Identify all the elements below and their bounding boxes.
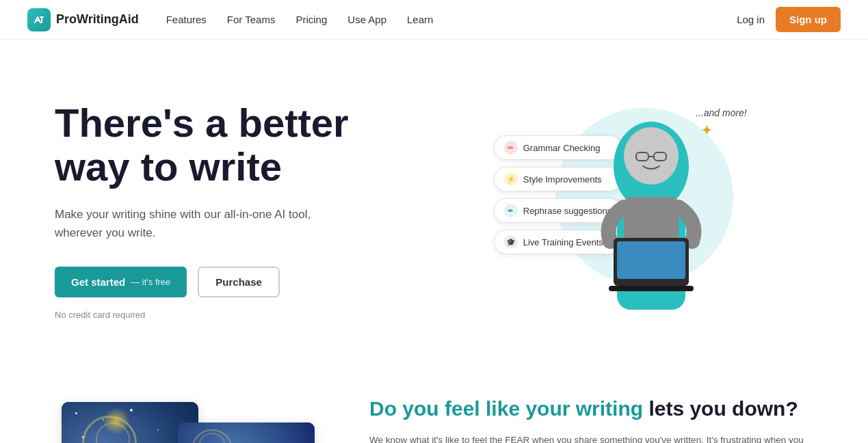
signup-button[interactable]: Sign up — [776, 7, 841, 32]
login-link[interactable]: Log in — [737, 14, 765, 25]
hero-illustration: ...and more! ✦ ✏ Grammar Checking ⚡ Styl… — [434, 81, 814, 340]
image-cards: My idea in my head — [55, 395, 294, 443]
section2-images: My idea in my head — [55, 395, 315, 443]
no-credit-card-notice: No credit card required — [55, 310, 434, 320]
purchase-button[interactable]: Purchase — [198, 267, 280, 297]
logo-text: ProWritingAid — [56, 12, 139, 27]
hero-content: There's a better way to write Make your … — [55, 101, 434, 320]
section2-description: We know what it's like to feel the FEAR … — [369, 433, 813, 443]
navbar: ProWritingAid Features For Teams Pricing… — [0, 0, 868, 40]
hero-buttons: Get started — it's free Purchase — [55, 267, 434, 297]
logo-link[interactable]: ProWritingAid — [27, 8, 139, 31]
grammar-icon: ✏ — [504, 141, 518, 155]
section2-text: Do you feel like your writing lets you d… — [369, 395, 813, 443]
person-illustration — [576, 105, 726, 310]
hero-subtitle: Make your writing shine with our all-in-… — [55, 205, 328, 242]
nav-features[interactable]: Features — [166, 14, 207, 25]
training-icon: 🎓 — [504, 235, 518, 249]
rephrase-icon: ✒ — [504, 204, 518, 217]
nav-learn[interactable]: Learn — [407, 14, 433, 25]
style-icon: ⚡ — [504, 172, 518, 186]
hero-title: There's a better way to write — [55, 101, 434, 189]
logo-icon — [27, 8, 51, 31]
svg-rect-8 — [617, 241, 685, 279]
nav-actions: Log in Sign up — [737, 7, 841, 32]
illustration-container: ...and more! ✦ ✏ Grammar Checking ⚡ Styl… — [494, 94, 754, 327]
nav-use-app[interactable]: Use App — [347, 14, 386, 25]
svg-rect-9 — [609, 286, 694, 291]
nav-pricing[interactable]: Pricing — [295, 14, 327, 25]
hero-section: There's a better way to write Make your … — [0, 40, 868, 368]
more-label: ...and more! — [696, 107, 747, 119]
get-started-button[interactable]: Get started — it's free — [55, 267, 187, 297]
section2: My idea in my head Do you feel like your… — [0, 368, 868, 443]
section2-title: Do you feel like your writing lets you d… — [369, 395, 813, 422]
nav-for-teams[interactable]: For Teams — [227, 14, 276, 25]
nav-links: Features For Teams Pricing Use App Learn — [166, 14, 737, 26]
front-image-card: My idea in my head — [178, 422, 315, 443]
